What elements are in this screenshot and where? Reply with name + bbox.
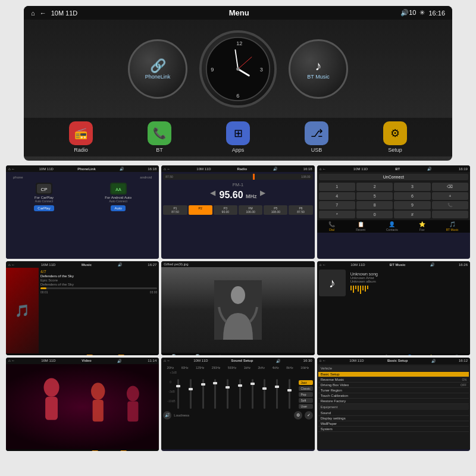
sound-ok-btn[interactable]: ✓	[305, 411, 313, 419]
eq-thumb-2[interactable]	[189, 388, 193, 390]
preset-5[interactable]: P5108.00	[264, 205, 287, 215]
setup-item-display[interactable]: Display settings	[318, 416, 469, 421]
num-4[interactable]: 4	[319, 192, 355, 200]
btmusic-bt-btn[interactable]: 🎵BT Music	[449, 355, 462, 355]
app-item-bt[interactable]: 📞 BT	[148, 121, 171, 153]
eq-thumb-9[interactable]	[275, 386, 279, 388]
btmusic-dial-btn[interactable]: 📞	[385, 355, 392, 355]
music-back[interactable]: ⌂ ←	[8, 263, 15, 267]
video-play-btn[interactable]: ▶Play	[40, 450, 46, 451]
eq-thumb-3[interactable]	[201, 383, 205, 386]
app-item-usb[interactable]: ⎇ USB	[305, 121, 328, 153]
btmusic-contacts-btn[interactable]: 👤	[406, 355, 413, 355]
bt-music-btn[interactable]: 🎵BT Music	[446, 221, 459, 231]
preset-6[interactable]: P687.50	[289, 205, 312, 215]
btmusic-fav-btn[interactable]: ⭐	[428, 355, 434, 355]
bt-contacts-btn[interactable]: 👤Contacts	[386, 221, 398, 231]
music-repeat-btn[interactable]: 🔁Repeat All	[83, 355, 96, 355]
eq-thumb-5[interactable]	[226, 386, 230, 389]
num-0[interactable]: 0	[356, 211, 393, 218]
eq-thumb-10[interactable]	[287, 389, 292, 392]
app-item-apps[interactable]: ⊞ Apps	[226, 121, 250, 153]
mode-classic[interactable]: Classic	[299, 386, 313, 391]
mode-soft[interactable]: Soft	[299, 398, 313, 403]
setup-item-factory[interactable]: Restore Factory	[318, 399, 469, 404]
btmusic-play-btn[interactable]: ▶	[346, 355, 350, 355]
preset-2[interactable]: P2	[189, 205, 212, 215]
android-auto-btn[interactable]: Auto	[111, 205, 125, 211]
setup-item-sound[interactable]: Sound	[318, 411, 469, 416]
setup-item-reversemusic[interactable]: Reverse Music ON	[318, 377, 469, 383]
home-icon[interactable]: ⌂	[31, 10, 35, 17]
num-call[interactable]: 📞	[432, 201, 468, 209]
bt-fav-btn[interactable]: ⭐Fav	[419, 221, 425, 231]
photo-zoom-out[interactable]: 🔍Zoom -	[193, 354, 203, 355]
video-shuffle-btn[interactable]: 🔀	[120, 450, 127, 451]
radio-next[interactable]: ▶	[260, 189, 265, 197]
num-6[interactable]: 6	[394, 192, 430, 200]
num-plus[interactable]: +	[432, 192, 468, 200]
eq-thumb-8[interactable]	[262, 387, 267, 390]
num-backspace[interactable]: ⌫	[432, 183, 468, 191]
video-prev-btn[interactable]: ⏮	[17, 450, 22, 451]
photo-prev[interactable]: ⏮	[239, 354, 245, 355]
num-7[interactable]: 7	[319, 201, 355, 209]
back-icon[interactable]: ←	[40, 10, 46, 17]
num-5[interactable]: 5	[356, 192, 393, 200]
bt-back[interactable]: ⌂ ←	[320, 167, 326, 171]
eq-thumb-6[interactable]	[238, 384, 242, 387]
music-list-btn[interactable]: ≡	[146, 355, 149, 355]
mode-user[interactable]: User	[299, 404, 313, 409]
btmusic-circle[interactable]: ♪ BT Music	[289, 39, 348, 99]
btmusic-prev-btn[interactable]: ⏮	[325, 355, 331, 355]
photo-next[interactable]: ⏭	[278, 354, 284, 355]
bt-recent-btn[interactable]: 📋Recent	[356, 221, 365, 231]
mode-jazz[interactable]: Jazz	[299, 380, 313, 385]
photo-rotate[interactable]: ↻Rotate	[217, 354, 226, 355]
setup-item-tuner[interactable]: Tuner Region	[318, 388, 469, 393]
video-list-btn[interactable]: ≡	[145, 450, 148, 451]
setup-item-system[interactable]: System	[318, 427, 469, 432]
photo-play[interactable]: ▶Play	[259, 354, 265, 355]
radio-back[interactable]: ⌂ ←	[164, 167, 170, 171]
num-star[interactable]: *	[319, 211, 355, 218]
video-back[interactable]: ⌂ ←	[8, 359, 15, 362]
setup-item-touch[interactable]: Touch Calibration	[318, 393, 469, 399]
setup-item-drivingbox[interactable]: Driving Box Video OFF	[318, 383, 469, 388]
video-next-btn[interactable]: ⏭	[64, 450, 70, 451]
photo-zoom-in[interactable]: 🔍Zoom +	[170, 354, 180, 355]
pl-back[interactable]: ⌂ ←	[8, 167, 15, 171]
btmusic-next-btn[interactable]: ⏭	[365, 355, 370, 355]
preset-3[interactable]: P390.00	[214, 205, 237, 215]
carplay-btn[interactable]: CarPlay	[34, 205, 54, 211]
setup-item-basic[interactable]: Basic Setup	[318, 372, 469, 377]
num-3[interactable]: 3	[394, 183, 430, 191]
btmusic-back[interactable]: ⌂ ←	[320, 263, 326, 267]
num-hash[interactable]: #	[394, 211, 430, 218]
sound-settings-btn[interactable]: ⚙	[294, 411, 302, 419]
bt-dial-btn[interactable]: 📞Dial	[328, 221, 335, 231]
sound-back[interactable]: ⌂ ←	[164, 359, 170, 362]
num-2[interactable]: 2	[356, 183, 393, 191]
music-prev-btn[interactable]: ⏮Prev	[15, 355, 21, 355]
mode-pop[interactable]: Pop	[299, 392, 313, 397]
preset-fm[interactable]: FM106.00	[239, 205, 262, 215]
phonelink-circle[interactable]: 🔗 PhoneLink	[128, 39, 187, 99]
radio-prev[interactable]: ◀	[210, 189, 215, 197]
num-1[interactable]: 1	[319, 183, 355, 191]
setup-item-wallpaper[interactable]: WallPaper	[318, 421, 469, 427]
video-repeat-btn[interactable]: 🔁Repeat All	[89, 450, 102, 451]
photo-return[interactable]: ↩Return	[298, 354, 306, 355]
preset-1[interactable]: P187.50	[163, 205, 187, 215]
num-8[interactable]: 8	[356, 201, 393, 209]
eq-thumb-1[interactable]	[176, 385, 180, 387]
music-play-btn[interactable]: ▶Play	[38, 355, 44, 355]
app-item-setup[interactable]: ⚙ Setup	[383, 121, 407, 153]
music-shuffle-btn[interactable]: 🔀Random play	[112, 355, 130, 355]
app-item-radio[interactable]: 📻 Radio	[69, 121, 93, 153]
setup-back[interactable]: ⌂ ←	[320, 359, 326, 362]
eq-thumb-7[interactable]	[250, 383, 255, 385]
loudness-btn[interactable]: 🔊	[163, 411, 171, 419]
eq-thumb-4[interactable]	[213, 382, 217, 384]
music-next-btn[interactable]: ⏭Next	[60, 355, 66, 355]
